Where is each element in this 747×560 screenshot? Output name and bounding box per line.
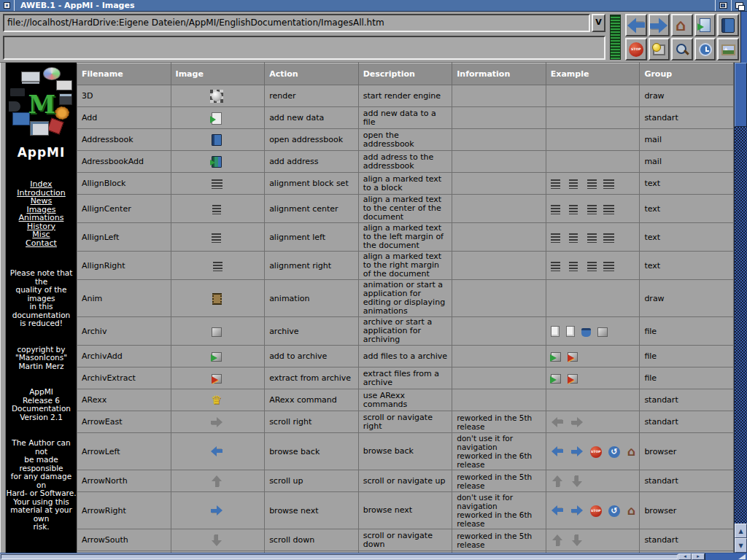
cell-group: text: [640, 173, 734, 195]
book-add-icon: [212, 156, 222, 168]
arrow-east-icon: [570, 416, 584, 429]
sidebar-note-1: Please note that the quality of the imag…: [6, 269, 77, 328]
cell-information: [452, 346, 546, 368]
reload-icon: [608, 505, 620, 517]
zoom-gadget-button[interactable]: [715, 0, 731, 11]
load-document-button[interactable]: [694, 14, 716, 36]
cell-group: standart: [640, 107, 734, 129]
align-right-icon: [212, 262, 222, 271]
url-input[interactable]: file://localhost/HardDrive:Eigene Dateie…: [3, 14, 590, 32]
cell-description: add adress to the addressbook: [358, 151, 452, 173]
throbber-progress-indicator: [610, 15, 621, 60]
close-button[interactable]: [0, 0, 15, 11]
sidebar-link-misc[interactable]: Misc: [6, 230, 77, 239]
align-right-icon: [586, 205, 597, 214]
hotlist-button[interactable]: [717, 14, 739, 36]
arrow-west-icon: [551, 416, 564, 429]
cell-description: archive or start a application for archi…: [358, 317, 452, 346]
cell-information: reworked in the 5th release: [452, 411, 546, 433]
sidebar-link-animations[interactable]: Animations: [6, 214, 77, 222]
cell-description: align a marked text to the left margin o…: [358, 223, 452, 252]
cell-action: add to archive: [265, 346, 359, 368]
cell-group: standart: [640, 529, 734, 551]
align-left-icon: [551, 262, 562, 271]
box-extract-icon: [212, 374, 222, 384]
cell-example: [546, 470, 640, 492]
align-block-icon: [603, 233, 614, 243]
cell-action: add address: [265, 151, 359, 173]
bottom-bar: ◂ ▸: [0, 553, 747, 560]
cell-group: draw: [640, 280, 734, 317]
main-area: M AppMI IndexIntroductionNewsImagesAnima…: [0, 63, 747, 553]
photo-frame-icon: [721, 44, 735, 55]
cell-image: [171, 411, 265, 433]
vertical-scrollbar[interactable]: ▲ ▼: [734, 63, 747, 553]
sidebar-link-index[interactable]: Index: [6, 180, 77, 189]
depth-gadget-icon: [735, 2, 743, 9]
depth-gadget-button[interactable]: [731, 0, 747, 11]
cell-example: [546, 280, 640, 317]
status-field: [3, 36, 605, 60]
home-icon: [627, 504, 640, 517]
align-left-icon: [212, 233, 222, 243]
scroll-right-icon: ▸: [697, 553, 700, 559]
close-icon: [4, 2, 10, 9]
table-row-arroweast: ArrowEastscroll rightscroll or navigate …: [77, 411, 734, 433]
arrow-south-icon: [210, 534, 223, 547]
forward-button[interactable]: [649, 14, 670, 36]
cell-image: [171, 223, 265, 252]
stop-button[interactable]: [625, 38, 647, 61]
cell-description: add files to a archive: [358, 346, 452, 368]
cell-group: file: [640, 346, 734, 368]
cell-description: align a marked text to the right margin …: [358, 252, 452, 280]
column-header-group: Group: [640, 63, 734, 85]
aweb-browser-window: AWEB.1 - AppMI - Images file://localhost…: [0, 0, 747, 560]
arrow-left-blue-icon: [551, 504, 564, 517]
table-row-3d: 3Drenderstart render enginedraw: [77, 85, 734, 107]
cell-group: standart: [640, 411, 734, 433]
gear-icon: [55, 106, 69, 120]
url-history-popup-button[interactable]: V: [592, 14, 605, 32]
scroll-up-button[interactable]: ▲: [735, 524, 747, 538]
cell-image: [171, 107, 265, 129]
column-header-image: Image: [171, 63, 265, 85]
scroll-right-button[interactable]: ▸: [692, 553, 705, 560]
image-viewer-button[interactable]: [717, 38, 739, 61]
resize-corner[interactable]: [705, 553, 747, 560]
cell-image: [171, 368, 265, 389]
sidebar: M AppMI IndexIntroductionNewsImagesAnima…: [6, 63, 77, 553]
arrow-right-blue-icon: [210, 504, 223, 517]
zoom-gadget-icon: [719, 2, 727, 9]
cell-image: [171, 151, 265, 173]
scroll-down-button[interactable]: ▼: [735, 538, 747, 553]
home-button[interactable]: [671, 14, 693, 36]
vertical-scrollbar-thumb[interactable]: [735, 63, 747, 127]
cell-image: [171, 317, 265, 346]
cell-image: [171, 470, 265, 492]
sidebar-notes: Please note that the quality of the imag…: [6, 269, 77, 532]
cell-information: [452, 317, 546, 346]
cell-information: [452, 173, 546, 195]
search-button[interactable]: [671, 38, 693, 61]
titlebar[interactable]: AWEB.1 - AppMI - Images: [0, 0, 747, 12]
cell-description: extract files from a archive: [358, 368, 452, 389]
horizontal-scrollbar-track[interactable]: [1, 554, 678, 559]
scroll-left-button[interactable]: ◂: [678, 553, 692, 560]
cell-filename: Addressbook: [77, 129, 171, 151]
cell-description: scroll or navigate up: [358, 470, 452, 492]
sidebar-link-contact[interactable]: Contact: [6, 239, 77, 248]
back-button[interactable]: [625, 14, 647, 36]
table-row-arrownorth: ArrowNorthscroll upscroll or navigate up…: [77, 470, 734, 492]
cell-description: start render engine: [358, 85, 452, 107]
sidebar-link-news[interactable]: News: [6, 197, 77, 206]
cell-filename: ARexx: [77, 389, 171, 411]
cell-group: draw: [640, 85, 734, 107]
vertical-scrollbar-track[interactable]: [735, 127, 747, 524]
history-button[interactable]: [694, 38, 716, 61]
align-left-icon: [551, 205, 562, 214]
cell-information: reworked in the 5th release: [452, 529, 546, 551]
document-content: FilenameImageActionDescriptionInformatio…: [77, 63, 734, 553]
load-images-button[interactable]: [649, 38, 670, 61]
logo-m-letter: M: [28, 92, 55, 117]
url-text: file://localhost/HardDrive:Eigene Dateie…: [7, 18, 384, 28]
